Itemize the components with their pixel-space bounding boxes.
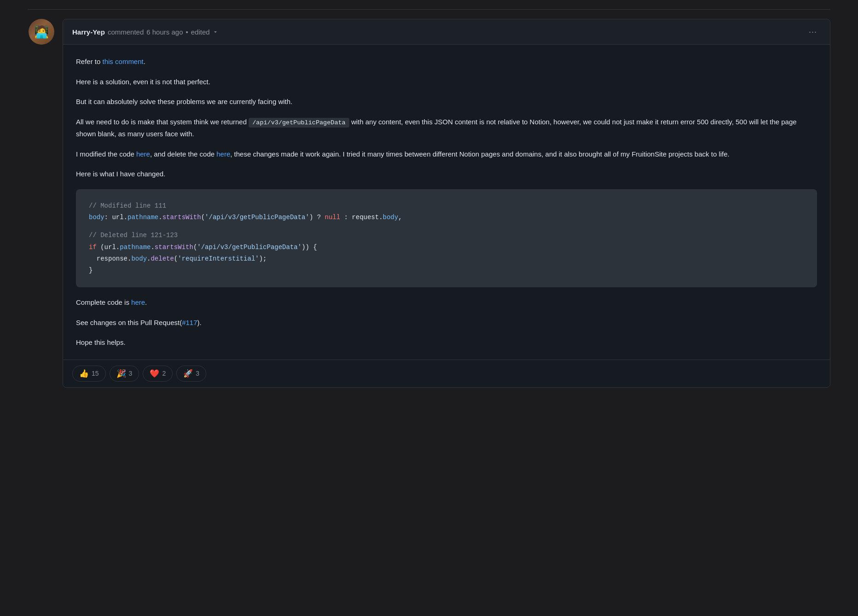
code-spacer-1 [89,223,804,230]
page-wrapper: 🧑‍💻 Harry-Yep commented 6 hours ago • ed… [0,9,858,388]
avatar-image: 🧑‍💻 [29,19,54,45]
here-link-2[interactable]: here [216,150,230,158]
comment-header-left: Harry-Yep commented 6 hours ago • edited [72,28,218,36]
para5-mid1: , and delete the code [150,150,216,158]
para-8: See changes on this Pull Request(#117). [76,317,817,329]
heart-emoji: ❤️ [150,369,159,378]
comment-username[interactable]: Harry-Yep [72,28,105,36]
avatar-column: 🧑‍💻 [28,19,55,388]
comment-header-right: ··· [805,26,821,38]
para5-suffix: , these changes made it work again. I tr… [230,150,729,158]
para-3: But it can absolutely solve these proble… [76,96,817,108]
edited-label: edited [191,28,210,36]
code-comment-1: // Modified line 111 [89,200,804,212]
reaction-heart[interactable]: ❤️ 2 [143,366,173,382]
para7-suffix: . [145,298,147,306]
para7-prefix: Complete code is [76,298,131,306]
comment-time: 6 hours ago [146,28,183,36]
more-options-button[interactable]: ··· [805,26,821,38]
edited-badge: edited [191,28,218,36]
thumbsup-emoji: 👍 [79,369,89,378]
para5-prefix: I modified the code [76,150,136,158]
rocket-emoji: 🚀 [183,369,193,378]
reaction-rocket[interactable]: 🚀 3 [176,366,206,382]
party-count: 3 [129,370,133,377]
chevron-down-icon[interactable] [213,29,218,35]
this-comment-link[interactable]: this comment [103,58,144,65]
comment-bullet: • [186,28,188,36]
rocket-count: 3 [196,370,199,377]
comment-header: Harry-Yep commented 6 hours ago • edited… [63,19,830,45]
para-9: Hope this helps. [76,337,817,349]
code-comment-2: // Deleted line 121-123 [89,230,804,241]
comment-container: 🧑‍💻 Harry-Yep commented 6 hours ago • ed… [28,10,830,388]
comment-action: commented [108,28,144,36]
para-6: Here is what I have changed. [76,168,817,180]
heart-count: 2 [162,370,166,377]
reactions-bar: 👍 15 🎉 3 ❤️ 2 🚀 3 [63,360,830,387]
code-line-4: } [89,265,804,276]
pr-link[interactable]: #117 [182,319,197,326]
party-emoji: 🎉 [116,369,126,378]
code-body-prop: body [89,214,104,221]
para-2: Here is a solution, even it is not that … [76,76,817,88]
reaction-party[interactable]: 🎉 3 [110,366,139,382]
para-5: I modified the code here, and delete the… [76,148,817,160]
para1-suffix: . [144,58,145,65]
here-link-1[interactable]: here [136,150,150,158]
para1-prefix: Refer to [76,58,103,65]
code-block: // Modified line 111 body: url.pathname.… [76,189,817,287]
para-4: All we need to do is make that system th… [76,116,817,140]
api-path-code: /api/v3/getPublicPageData [249,118,349,128]
para8-suffix: ). [197,319,202,326]
code-line-1: body: url.pathname.startsWith('/api/v3/g… [89,212,804,223]
thumbsup-count: 15 [92,370,99,377]
para-7: Complete code is here. [76,296,817,308]
avatar: 🧑‍💻 [29,19,54,45]
para-1: Refer to this comment. [76,56,817,68]
comment-box: Harry-Yep commented 6 hours ago • edited… [63,19,830,388]
complete-code-link[interactable]: here [131,298,145,306]
comment-body: Refer to this comment. Here is a solutio… [63,45,830,360]
reaction-thumbsup[interactable]: 👍 15 [72,366,106,382]
para4-prefix: All we need to do is make that system th… [76,118,249,126]
code-line-2: if (url.pathname.startsWith('/api/v3/get… [89,242,804,253]
para8-prefix: See changes on this Pull Request( [76,319,182,326]
code-line-3: response.body.delete('requireInterstitia… [89,253,804,265]
